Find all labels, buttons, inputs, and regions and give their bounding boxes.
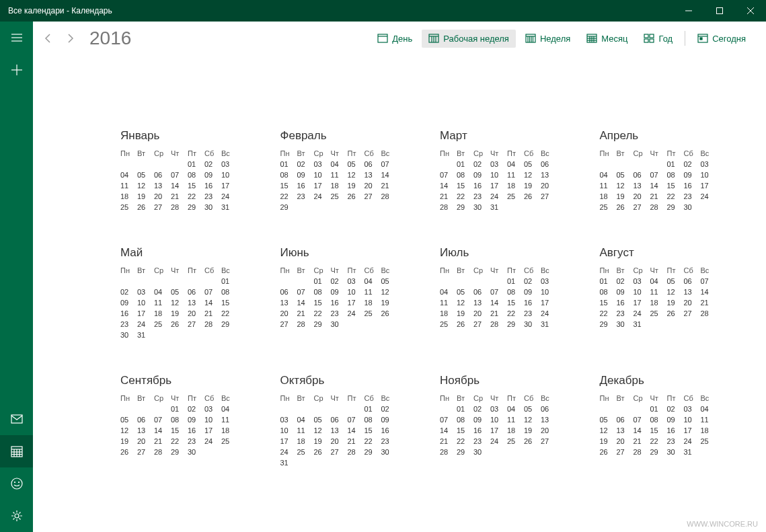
day-cell[interactable]: 04 — [600, 169, 617, 180]
day-cell[interactable]: 29 — [457, 447, 473, 457]
day-cell[interactable]: 20 — [137, 436, 154, 447]
month-block[interactable]: ОктябрьПнВтСрЧтПтСбВс0102030405060708091… — [280, 374, 420, 468]
day-cell[interactable]: 09 — [120, 297, 137, 308]
day-cell[interactable]: 20 — [634, 191, 650, 202]
view-month-button[interactable]: Месяц — [580, 30, 634, 48]
day-cell[interactable]: 17 — [314, 180, 331, 191]
day-cell[interactable]: 10 — [280, 425, 297, 436]
day-cell[interactable]: 27 — [188, 319, 204, 330]
day-cell[interactable]: 10 — [684, 414, 701, 425]
day-cell[interactable]: 25 — [221, 436, 238, 447]
day-cell[interactable]: 22 — [650, 436, 667, 447]
day-cell[interactable]: 25 — [507, 191, 524, 202]
day-cell[interactable]: 24 — [314, 191, 331, 202]
next-year-button[interactable] — [64, 32, 77, 45]
day-cell[interactable]: 09 — [204, 169, 221, 180]
day-cell[interactable]: 27 — [365, 191, 381, 202]
day-cell[interactable]: 04 — [701, 404, 718, 414]
day-cell[interactable]: 11 — [120, 180, 137, 191]
day-cell[interactable]: 19 — [617, 191, 634, 202]
day-cell[interactable]: 20 — [365, 180, 381, 191]
day-cell[interactable]: 02 — [331, 276, 348, 287]
day-cell[interactable]: 26 — [524, 191, 541, 202]
day-cell[interactable]: 30 — [473, 447, 490, 457]
view-week-button[interactable]: Неделя — [519, 30, 577, 48]
day-cell[interactable]: 02 — [120, 287, 137, 297]
day-cell[interactable]: 10 — [204, 414, 221, 425]
day-cell[interactable]: 14 — [440, 180, 457, 191]
day-cell[interactable]: 17 — [701, 180, 718, 191]
day-cell[interactable]: 13 — [280, 297, 297, 308]
day-cell[interactable]: 31 — [221, 202, 238, 213]
day-cell[interactable]: 02 — [204, 159, 221, 169]
day-cell[interactable]: 28 — [297, 319, 314, 330]
day-cell[interactable]: 09 — [684, 169, 701, 180]
month-block[interactable]: ДекабрьПнВтСрЧтПтСбВс0102030405060708091… — [600, 374, 740, 468]
day-cell[interactable]: 29 — [600, 319, 617, 330]
day-cell[interactable]: 11 — [221, 414, 238, 425]
day-cell[interactable]: 15 — [457, 180, 473, 191]
day-cell[interactable]: 02 — [524, 276, 541, 287]
day-cell[interactable]: 26 — [524, 436, 541, 447]
day-cell[interactable]: 16 — [473, 180, 490, 191]
day-cell[interactable]: 23 — [381, 436, 398, 447]
day-cell[interactable]: 17 — [684, 425, 701, 436]
day-cell[interactable]: 29 — [188, 202, 204, 213]
day-cell[interactable]: 14 — [490, 297, 507, 308]
day-cell[interactable]: 04 — [507, 404, 524, 414]
day-cell[interactable]: 25 — [440, 319, 457, 330]
day-cell[interactable]: 13 — [188, 297, 204, 308]
day-cell[interactable]: 01 — [280, 159, 297, 169]
day-cell[interactable]: 19 — [667, 297, 684, 308]
day-cell[interactable]: 05 — [137, 169, 154, 180]
day-cell[interactable]: 30 — [120, 330, 137, 340]
day-cell[interactable]: 16 — [381, 425, 398, 436]
day-cell[interactable]: 03 — [314, 159, 331, 169]
day-cell[interactable]: 03 — [634, 276, 650, 287]
day-cell[interactable]: 10 — [314, 169, 331, 180]
day-cell[interactable]: 24 — [701, 191, 718, 202]
day-cell[interactable]: 06 — [188, 287, 204, 297]
day-cell[interactable]: 22 — [171, 436, 188, 447]
month-block[interactable]: ФевральПнВтСрЧтПтСбВс0102030405060708091… — [280, 129, 420, 213]
day-cell[interactable]: 01 — [667, 159, 684, 169]
day-cell[interactable]: 21 — [440, 436, 457, 447]
day-cell[interactable]: 05 — [524, 159, 541, 169]
day-cell[interactable]: 08 — [314, 287, 331, 297]
day-cell[interactable]: 05 — [381, 276, 398, 287]
view-year-button[interactable]: Год — [637, 30, 679, 48]
day-cell[interactable]: 07 — [440, 414, 457, 425]
day-cell[interactable]: 20 — [280, 308, 297, 319]
day-cell[interactable]: 22 — [457, 436, 473, 447]
day-cell[interactable]: 01 — [221, 276, 238, 287]
day-cell[interactable]: 27 — [137, 447, 154, 457]
day-cell[interactable]: 23 — [473, 436, 490, 447]
day-cell[interactable]: 07 — [490, 287, 507, 297]
view-workweek-button[interactable]: Рабочая неделя — [422, 30, 516, 48]
day-cell[interactable]: 14 — [650, 180, 667, 191]
day-cell[interactable]: 03 — [490, 404, 507, 414]
day-cell[interactable]: 27 — [684, 308, 701, 319]
day-cell[interactable]: 06 — [617, 414, 634, 425]
day-cell[interactable]: 23 — [684, 191, 701, 202]
day-cell[interactable]: 22 — [314, 308, 331, 319]
day-cell[interactable]: 04 — [440, 287, 457, 297]
day-cell[interactable]: 07 — [154, 414, 171, 425]
day-cell[interactable]: 14 — [171, 180, 188, 191]
day-cell[interactable]: 08 — [188, 169, 204, 180]
day-cell[interactable]: 10 — [701, 169, 718, 180]
day-cell[interactable]: 08 — [650, 414, 667, 425]
day-cell[interactable]: 01 — [188, 159, 204, 169]
day-cell[interactable]: 24 — [634, 308, 650, 319]
day-cell[interactable]: 05 — [524, 404, 541, 414]
day-cell[interactable]: 31 — [490, 202, 507, 213]
day-cell[interactable]: 05 — [600, 414, 617, 425]
day-cell[interactable]: 18 — [650, 297, 667, 308]
day-cell[interactable]: 04 — [154, 287, 171, 297]
day-cell[interactable]: 08 — [171, 414, 188, 425]
day-cell[interactable]: 13 — [137, 425, 154, 436]
day-cell[interactable]: 27 — [280, 319, 297, 330]
day-cell[interactable]: 29 — [280, 202, 297, 213]
day-cell[interactable]: 07 — [171, 169, 188, 180]
day-cell[interactable]: 28 — [381, 191, 398, 202]
